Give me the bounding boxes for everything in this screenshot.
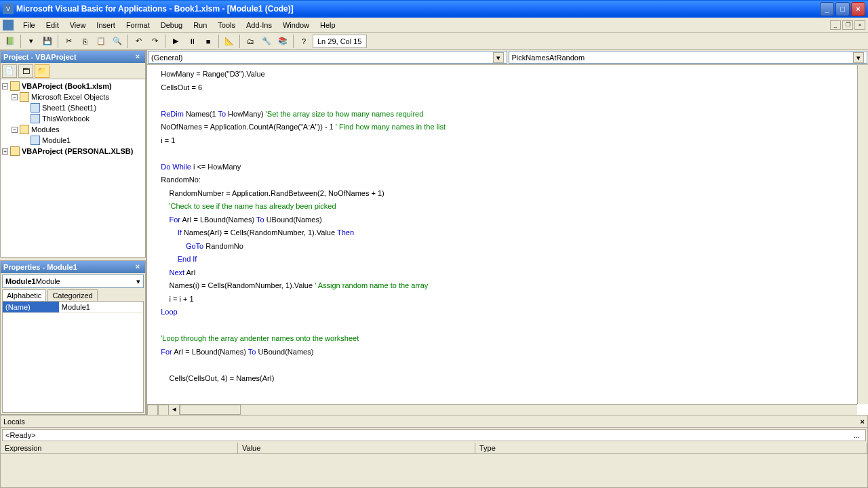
- locals-panel: Locals × <Ready> ... Expression Value Ty…: [0, 415, 868, 488]
- menu-edit[interactable]: Edit: [41, 20, 64, 30]
- cursor-position: Ln 29, Col 15: [313, 35, 367, 48]
- menu-window[interactable]: Window: [277, 20, 315, 30]
- module-icon: [31, 136, 40, 145]
- locals-panel-close-button[interactable]: ×: [861, 418, 865, 426]
- mdi-close-button[interactable]: ×: [854, 20, 865, 30]
- window-title: Microsoft Visual Basic for Applications …: [16, 4, 820, 14]
- project-icon: [10, 81, 20, 91]
- toolbar: 📗 ▾ 💾 ✂ ⎘ 📋 🔍 ↶ ↷ ▶ ⏸ ■ 📐 🗂 🔧 📚 ? Ln 29,…: [0, 33, 868, 50]
- procedure-view-button[interactable]: [147, 405, 158, 415]
- menu-help[interactable]: Help: [315, 20, 341, 30]
- locals-col-type[interactable]: Type: [475, 443, 867, 453]
- menu-run[interactable]: Run: [188, 20, 212, 30]
- redo-button[interactable]: ↷: [147, 34, 162, 49]
- window-titlebar: V Microsoft Visual Basic for Application…: [0, 0, 868, 18]
- view-object-button[interactable]: 🗔: [18, 64, 33, 78]
- folder-icon: [20, 125, 29, 134]
- tree-item-modules[interactable]: − Modules: [2, 124, 144, 135]
- undo-button[interactable]: ↶: [131, 34, 146, 49]
- tree-item-sheet1[interactable]: Sheet1 (Sheet1): [2, 102, 144, 113]
- menu-view[interactable]: View: [64, 20, 92, 30]
- view-code-button[interactable]: 📄: [2, 64, 17, 78]
- mdi-minimize-button[interactable]: _: [830, 20, 841, 30]
- code-editor[interactable]: HowMany = Range("D3").Value CellsOut = 6…: [147, 65, 868, 415]
- tree-item-vbaproject-personal[interactable]: + VBAProject (PERSONAL.XLSB): [2, 146, 144, 157]
- reset-button[interactable]: ■: [201, 34, 216, 49]
- tree-item-vbaproject-book1[interactable]: − VBAProject (Book1.xlsm): [2, 81, 144, 92]
- vba-icon: [3, 20, 14, 30]
- properties-panel-title: Properties - Module1: [3, 263, 77, 271]
- horizontal-scrollbar[interactable]: ◂: [147, 404, 857, 415]
- tree-item-excel-objects[interactable]: − Microsoft Excel Objects: [2, 92, 144, 102]
- copy-button[interactable]: ⎘: [77, 34, 92, 49]
- project-panel-close-button[interactable]: ×: [133, 52, 142, 62]
- minimize-button[interactable]: _: [820, 2, 834, 16]
- properties-window-button[interactable]: 🔧: [259, 34, 274, 49]
- paste-button[interactable]: 📋: [94, 34, 108, 49]
- tree-item-thisworkbook[interactable]: ThisWorkbook: [2, 113, 144, 124]
- design-mode-button[interactable]: 📐: [222, 34, 237, 49]
- properties-panel: Properties - Module1 × Module1 Module ▾ …: [0, 260, 146, 415]
- save-button[interactable]: 💾: [40, 34, 55, 49]
- help-button[interactable]: ?: [296, 34, 311, 49]
- insert-button[interactable]: ▾: [24, 34, 39, 49]
- object-dropdown[interactable]: (General) ▾: [148, 51, 507, 64]
- vba-app-icon: V: [3, 3, 14, 14]
- sheet-icon: [31, 103, 40, 113]
- menu-file[interactable]: File: [18, 20, 41, 30]
- run-button[interactable]: ▶: [168, 34, 183, 49]
- tree-item-module1[interactable]: Module1: [2, 135, 144, 146]
- dropdown-arrow-icon[interactable]: ▾: [493, 52, 504, 63]
- mdi-restore-button[interactable]: ❐: [842, 20, 853, 30]
- project-explorer-button[interactable]: 🗂: [243, 34, 258, 49]
- dropdown-arrow-icon[interactable]: ▾: [853, 52, 864, 63]
- property-value-cell[interactable]: Module1: [59, 302, 143, 312]
- project-tree[interactable]: − VBAProject (Book1.xlsm) − Microsoft Ex…: [1, 79, 145, 257]
- menu-add-ins[interactable]: Add-Ins: [241, 20, 277, 30]
- tab-categorized[interactable]: Categorized: [47, 289, 97, 301]
- collapse-icon[interactable]: −: [2, 83, 8, 89]
- menu-debug[interactable]: Debug: [155, 20, 188, 30]
- locals-panel-title: Locals: [3, 418, 25, 426]
- menu-insert[interactable]: Insert: [91, 20, 121, 30]
- break-button[interactable]: ⏸: [184, 34, 199, 49]
- menubar: FileEditViewInsertFormatDebugRunToolsAdd…: [0, 18, 868, 33]
- folder-icon: [20, 92, 29, 102]
- locals-col-expression[interactable]: Expression: [1, 443, 238, 453]
- collapse-icon[interactable]: −: [12, 94, 18, 100]
- property-name-cell[interactable]: (Name): [3, 302, 59, 312]
- properties-panel-close-button[interactable]: ×: [133, 262, 142, 272]
- maximize-button[interactable]: □: [835, 2, 850, 16]
- menu-tools[interactable]: Tools: [212, 20, 241, 30]
- project-panel-title: Project - VBAProject: [3, 53, 77, 61]
- find-button[interactable]: 🔍: [110, 34, 125, 49]
- view-excel-button[interactable]: 📗: [3, 34, 18, 49]
- workbook-icon: [31, 114, 40, 123]
- project-icon: [10, 146, 20, 156]
- full-module-view-button[interactable]: [158, 405, 169, 415]
- expand-icon[interactable]: +: [2, 148, 8, 155]
- collapse-icon[interactable]: −: [12, 127, 18, 133]
- locals-col-value[interactable]: Value: [238, 443, 475, 453]
- locals-ready-text: <Ready>: [5, 431, 36, 439]
- tab-alphabetic[interactable]: Alphabetic: [2, 289, 46, 301]
- object-browser-button[interactable]: 📚: [275, 34, 290, 49]
- project-explorer-panel: Project - VBAProject × 📄 🗔 📁 − VBAProjec…: [0, 50, 146, 258]
- properties-object-dropdown[interactable]: Module1 Module ▾: [2, 274, 144, 288]
- cut-button[interactable]: ✂: [61, 34, 76, 49]
- locals-call-stack-button[interactable]: ...: [851, 431, 863, 439]
- close-button[interactable]: ×: [851, 2, 865, 16]
- procedure-dropdown[interactable]: PickNamesAtRandom ▾: [509, 51, 868, 64]
- locals-grid-header: Expression Value Type: [1, 443, 867, 454]
- toggle-folders-button[interactable]: 📁: [35, 64, 50, 78]
- vertical-scrollbar[interactable]: [857, 65, 868, 404]
- menu-format[interactable]: Format: [121, 20, 155, 30]
